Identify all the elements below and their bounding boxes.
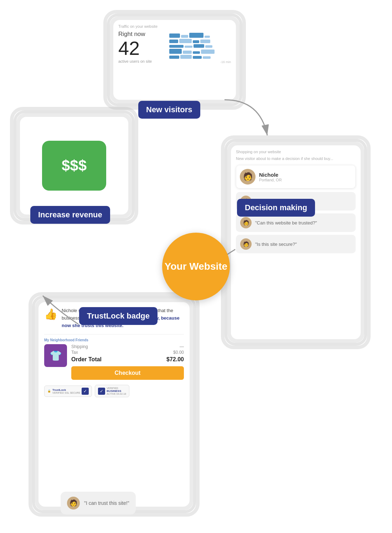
total-value: $72.00 [166, 356, 184, 363]
product-image: 👕 [44, 344, 67, 367]
visitor-info: Nichole Portland, OR [259, 172, 282, 182]
question-3-text: "Is this site secure?" [255, 242, 297, 247]
revenue-card-content: $$$ [20, 117, 128, 214]
visitor-intro: New visitor about to make a decision if … [236, 156, 356, 161]
decision-making-badge: Decision making [237, 199, 315, 217]
tax-row: Tax $0.00 [71, 350, 184, 355]
traffic-number: 42 [118, 38, 166, 58]
new-visitors-badge: New visitors [138, 101, 200, 119]
new-visitors-label: New visitors [146, 105, 192, 114]
question-bubble-3: 🧑 "Is this site secure?" [236, 235, 356, 253]
shopping-section-title: Shopping on your website [236, 150, 356, 156]
shipping-value: — [180, 344, 184, 349]
total-label: Order Total [71, 356, 102, 363]
trust-final-bubble: 🧑 "I can trust this site!" [61, 492, 136, 514]
check-icon: ✓ [82, 388, 89, 395]
chart-time-label: -16 min [169, 60, 231, 64]
trust-final-avatar: 🧑 [67, 497, 80, 509]
decision-making-label: Decision making [245, 203, 307, 212]
verified-label: VERIFIED [107, 387, 126, 389]
tax-value: $0.00 [173, 350, 184, 355]
q3-avatar: 🧑 [240, 238, 252, 250]
traffic-card-content: Traffic on your website Right now 42 act… [113, 20, 236, 100]
tax-label: Tax [71, 350, 78, 355]
traffic-card-container: Traffic on your website Right now 42 act… [103, 10, 246, 110]
ssl-secure-label: VERIFIED SSL SECURE [52, 392, 80, 394]
visitor-avatar: 🧑 [240, 169, 256, 185]
trustlock-badge-label: TrustLock [52, 388, 80, 392]
order-section: My Neighborhood Friends 👕 Shipping — Tax… [44, 334, 184, 397]
shipping-label: Shipping [71, 344, 88, 349]
central-circle: Your Website [162, 233, 230, 300]
checkout-button[interactable]: Checkout [71, 366, 184, 380]
order-row: 👕 Shipping — Tax $0.00 Order Total $72.0… [44, 344, 184, 380]
trust-final-text: "I can trust this site!" [84, 500, 129, 506]
increase-revenue-badge: Increase revenue [30, 206, 110, 224]
q2-avatar: 🧑 [240, 217, 252, 228]
visitor-name: Nichole [259, 172, 282, 178]
verified-check-icon: ✓ [98, 388, 105, 395]
store-name: My Neighborhood Friends [44, 338, 184, 342]
traffic-chart: -16 min [169, 31, 231, 64]
thumbs-up-icon: 👍 [44, 308, 57, 329]
decision-card-container: Shopping on your website New visitor abo… [221, 135, 371, 349]
traffic-right-now-label: Right now [118, 31, 166, 38]
visitor-location: Portland, OR [259, 178, 282, 182]
money-sign-text: $$$ [62, 157, 87, 174]
trustlock-ssl-badge: 🔒 TrustLock VERIFIED SSL SECURE ✓ [44, 385, 92, 397]
decision-card-content: Shopping on your website New visitor abo… [231, 145, 361, 339]
trust-badges-row: 🔒 TrustLock VERIFIED SSL SECURE ✓ ✓ VERI… [44, 385, 184, 397]
lock-icon: 🔒 [47, 389, 51, 393]
trustlock-badge-label-tag: TrustLock badge [79, 307, 158, 325]
visitor-profile: 🧑 Nichole Portland, OR [236, 165, 356, 188]
shipping-row: Shipping — [71, 344, 184, 349]
question-2-text: "Can this website be trusted?" [255, 220, 317, 226]
checkout-label: Checkout [115, 370, 141, 376]
verified-business-badge: ✓ VERIFIED BUSINESS ACTIVE 04.02.18 [95, 385, 129, 397]
order-details: Shipping — Tax $0.00 Order Total $72.00 … [71, 344, 184, 380]
traffic-section-title: Traffic on your website [118, 24, 231, 31]
trustlock-card-container: 👍 Nichole sees the TrustLock badge and v… [29, 292, 200, 517]
money-sign-box: $$$ [42, 141, 106, 191]
trustlock-card-content: 👍 Nichole sees the TrustLock badge and v… [38, 302, 190, 507]
traffic-sub-label: active users on site [118, 59, 166, 63]
increase-revenue-label: Increase revenue [38, 210, 102, 219]
total-row: Order Total $72.00 [71, 356, 184, 363]
central-circle-label: Your Website [165, 260, 227, 273]
active-date-label: ACTIVE 04.02.18 [107, 393, 126, 395]
business-label: BUSINESS [107, 389, 126, 393]
trustlock-badge-label-text: TrustLock badge [87, 311, 150, 320]
